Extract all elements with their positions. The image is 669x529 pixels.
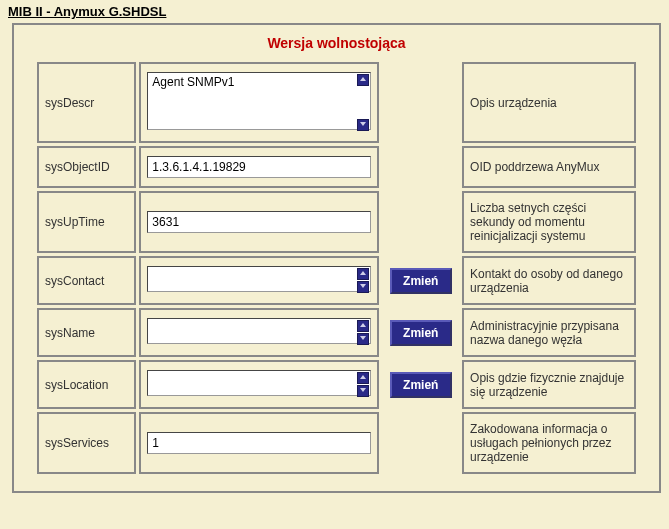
sysservices-value[interactable] [147,432,371,454]
syscontact-change-button[interactable]: Zmień [390,268,452,294]
scrollbar[interactable] [357,74,369,131]
table-row: sysLocation Zmień Opis gdzie fizycznie z… [37,360,636,409]
sysuptime-value[interactable] [147,211,371,233]
scrollbar[interactable] [357,320,369,345]
scrollbar[interactable] [357,268,369,293]
main-panel: Wersja wolnostojąca sysDescr Opis urządz… [12,23,661,493]
sysname-change-button[interactable]: Zmień [390,320,452,346]
syslocation-change-button[interactable]: Zmień [390,372,452,398]
mib-table: sysDescr Opis urządzenia sysObjectID [34,59,639,477]
sysobjectid-label: sysObjectID [37,146,136,188]
page-title: MIB II - Anymux G.SHDSL [0,0,669,21]
syslocation-desc: Opis gdzie fizycznie znajduje się urządz… [462,360,636,409]
sysdescr-desc: Opis urządzenia [462,62,636,143]
scroll-down-icon[interactable] [357,281,369,293]
scroll-up-icon[interactable] [357,74,369,86]
scroll-up-icon[interactable] [357,320,369,332]
sysservices-desc: Zakodowana informacja o usługach pełnion… [462,412,636,474]
scroll-up-icon[interactable] [357,372,369,384]
syscontact-input[interactable] [147,266,371,292]
scroll-down-icon[interactable] [357,385,369,397]
sysservices-label: sysServices [37,412,136,474]
sysuptime-desc: Liczba setnych części sekundy od momentu… [462,191,636,253]
syscontact-label: sysContact [37,256,136,305]
syscontact-desc: Kontakt do osoby od danego urządzenia [462,256,636,305]
table-row: sysObjectID OID poddrzewa AnyMux [37,146,636,188]
sysuptime-label: sysUpTime [37,191,136,253]
syslocation-input[interactable] [147,370,371,396]
sysname-input[interactable] [147,318,371,344]
sysname-label: sysName [37,308,136,357]
scroll-down-icon[interactable] [357,333,369,345]
table-row: sysContact Zmień Kontakt do osoby od dan… [37,256,636,305]
syslocation-label: sysLocation [37,360,136,409]
section-title: Wersja wolnostojąca [34,35,639,51]
sysdescr-value[interactable] [147,72,371,130]
table-row: sysName Zmień Administracyjnie przypisan… [37,308,636,357]
sysname-desc: Administracyjnie przypisana nazwa danego… [462,308,636,357]
sysobjectid-desc: OID poddrzewa AnyMux [462,146,636,188]
table-row: sysUpTime Liczba setnych części sekundy … [37,191,636,253]
scrollbar[interactable] [357,372,369,397]
sysobjectid-value[interactable] [147,156,371,178]
scroll-up-icon[interactable] [357,268,369,280]
scroll-down-icon[interactable] [357,119,369,131]
table-row: sysServices Zakodowana informacja o usłu… [37,412,636,474]
sysdescr-label: sysDescr [37,62,136,143]
table-row: sysDescr Opis urządzenia [37,62,636,143]
